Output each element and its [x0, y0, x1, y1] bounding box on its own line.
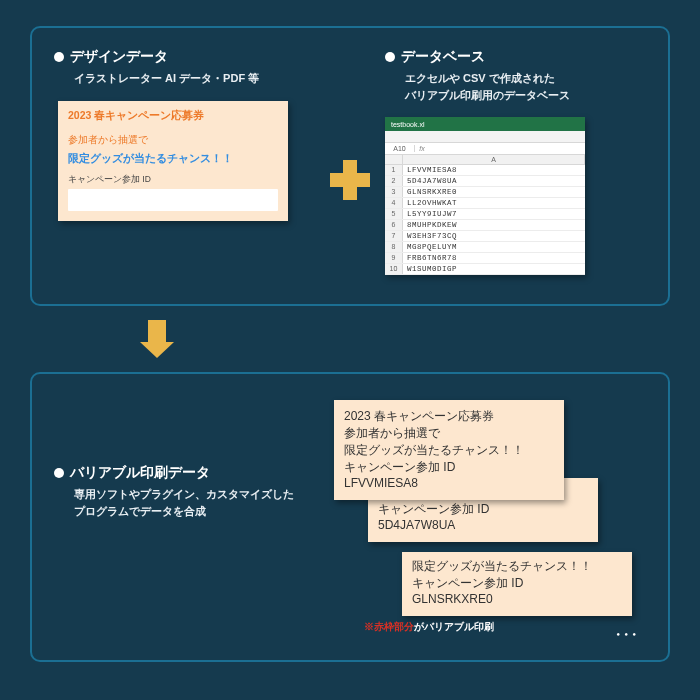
- down-arrow-icon: [140, 320, 174, 358]
- database-heading: データベース: [385, 48, 646, 66]
- spreadsheet-col-a: A: [403, 155, 585, 164]
- spreadsheet-titlebar: testbook.xl: [385, 117, 585, 131]
- spreadsheet-row: 25D4JA7W8UA: [385, 176, 585, 187]
- spreadsheet-rows: 1LFVVMIESA825D4JA7W8UA3GLNSRKXRE04LL2OVH…: [385, 165, 585, 275]
- row-value: LFVVMIESA8: [403, 165, 585, 175]
- coupon-id-label: キャンペーン参加 ID: [378, 501, 588, 518]
- bullet-icon: [54, 52, 64, 62]
- coupon-line1: 参加者から抽選で: [68, 133, 278, 147]
- vertical-ellipsis-icon: ・・・: [614, 626, 638, 634]
- row-number: 7: [385, 231, 403, 241]
- coupon-template-card: 2023 春キャンペーン応募券 参加者から抽選で 限定グッズが当たるチャンス！！…: [58, 101, 288, 221]
- row-number: 5: [385, 209, 403, 219]
- spreadsheet-mock: testbook.xl A10 fx A 1LFVVMIESA825D4JA7W…: [385, 117, 585, 275]
- coupon-line2: 限定グッズが当たるチャンス！！: [344, 442, 554, 459]
- row-number: 3: [385, 187, 403, 197]
- spreadsheet-row: 10W1SUM0DIGP: [385, 264, 585, 275]
- database-subhead: エクセルや CSV で作成された バリアブル印刷用のデータベース: [405, 70, 646, 103]
- output-heading-text: バリアブル印刷データ: [70, 464, 210, 482]
- row-value: MG8PQELUYM: [403, 242, 585, 252]
- row-value: W1SUM0DIGP: [403, 264, 585, 274]
- row-number: 9: [385, 253, 403, 263]
- row-value: L5YY9IUJW7: [403, 209, 585, 219]
- design-data-column: デザインデータ イラストレーター AI データ・PDF 等 2023 春キャンペ…: [54, 48, 315, 221]
- coupon-id-value: LFVVMIESA8: [344, 476, 554, 490]
- row-number: 1: [385, 165, 403, 175]
- coupon-line2: 限定グッズが当たるチャンス！！: [68, 151, 278, 166]
- output-card: 2023 春キャンペーン応募券参加者から抽選で限定グッズが当たるチャンス！！キャ…: [334, 400, 564, 500]
- footnote-red: ※赤枠部分: [364, 621, 414, 632]
- coupon-line2: 限定グッズが当たるチャンス！！: [412, 558, 622, 575]
- spreadsheet-row: 5L5YY9IUJW7: [385, 209, 585, 220]
- spreadsheet-row: 9FRB6TN6R78: [385, 253, 585, 264]
- row-number: 8: [385, 242, 403, 252]
- spreadsheet-corner: [385, 155, 403, 164]
- row-value: W3EH3F73CQ: [403, 231, 585, 241]
- row-number: 10: [385, 264, 403, 274]
- output-subhead: 専用ソフトやプラグイン、カスタマイズした プログラムでデータを合成: [74, 486, 314, 519]
- output-preview: 2023 春キャンペーン応募券参加者から抽選で限定グッズが当たるチャンス！！キャ…: [324, 394, 646, 638]
- bullet-icon: [385, 52, 395, 62]
- design-data-subhead: イラストレーター AI データ・PDF 等: [74, 70, 315, 87]
- spreadsheet-col-headers: A: [385, 155, 585, 165]
- row-number: 4: [385, 198, 403, 208]
- row-number: 2: [385, 176, 403, 186]
- fx-icon: fx: [415, 145, 429, 152]
- spreadsheet-row: 68MUHPKDKEW: [385, 220, 585, 231]
- coupon-line1: 参加者から抽選で: [344, 425, 554, 442]
- bullet-icon: [54, 468, 64, 478]
- spreadsheet-row: 8MG8PQELUYM: [385, 242, 585, 253]
- plus-icon-wrap: [315, 160, 385, 200]
- spreadsheet-row: 4LL2OVHWKAT: [385, 198, 585, 209]
- footnote: ※赤枠部分がバリアブル印刷: [364, 620, 494, 634]
- inputs-panel: デザインデータ イラストレーター AI データ・PDF 等 2023 春キャンペ…: [30, 26, 670, 306]
- output-panel: バリアブル印刷データ 専用ソフトやプラグイン、カスタマイズした プログラムでデー…: [30, 372, 670, 662]
- row-value: GLNSRKXRE0: [403, 187, 585, 197]
- spreadsheet-row: 3GLNSRKXRE0: [385, 187, 585, 198]
- coupon-title: 2023 春キャンペーン応募券: [68, 109, 278, 123]
- row-value: 5D4JA7W8UA: [403, 176, 585, 186]
- spreadsheet-cellref: A10: [385, 145, 415, 152]
- database-column: データベース エクセルや CSV で作成された バリアブル印刷用のデータベース …: [385, 48, 646, 275]
- row-value: 8MUHPKDKEW: [403, 220, 585, 230]
- coupon-id-box-empty: [68, 189, 278, 211]
- spreadsheet-row: 7W3EH3F73CQ: [385, 231, 585, 242]
- coupon-id-label: キャンペーン参加 ID: [344, 459, 554, 476]
- output-heading: バリアブル印刷データ: [54, 464, 314, 482]
- row-value: LL2OVHWKAT: [403, 198, 585, 208]
- coupon-id-label: キャンペーン参加 ID: [412, 575, 622, 592]
- design-data-heading: デザインデータ: [54, 48, 315, 66]
- output-card: 2023 春キャンペーン応募券参加者から抽選で限定グッズが当たるチャンス！！キャ…: [402, 552, 632, 616]
- coupon-title: 2023 春キャンペーン応募券: [344, 408, 554, 425]
- spreadsheet-row: 1LFVVMIESA8: [385, 165, 585, 176]
- row-value: FRB6TN6R78: [403, 253, 585, 263]
- footnote-rest: がバリアブル印刷: [414, 621, 494, 632]
- spreadsheet-ribbon: [385, 131, 585, 143]
- spreadsheet-filename: testbook.xl: [391, 121, 424, 128]
- coupon-id-value: GLNSRKXRE0: [412, 592, 622, 606]
- plus-icon: [330, 160, 370, 200]
- output-description: バリアブル印刷データ 専用ソフトやプラグイン、カスタマイズした プログラムでデー…: [54, 394, 314, 638]
- coupon-id-label: キャンペーン参加 ID: [68, 174, 278, 186]
- spreadsheet-formula-bar: A10 fx: [385, 143, 585, 155]
- database-heading-text: データベース: [401, 48, 485, 66]
- row-number: 6: [385, 220, 403, 230]
- coupon-id-value: 5D4JA7W8UA: [378, 518, 588, 532]
- design-data-heading-text: デザインデータ: [70, 48, 168, 66]
